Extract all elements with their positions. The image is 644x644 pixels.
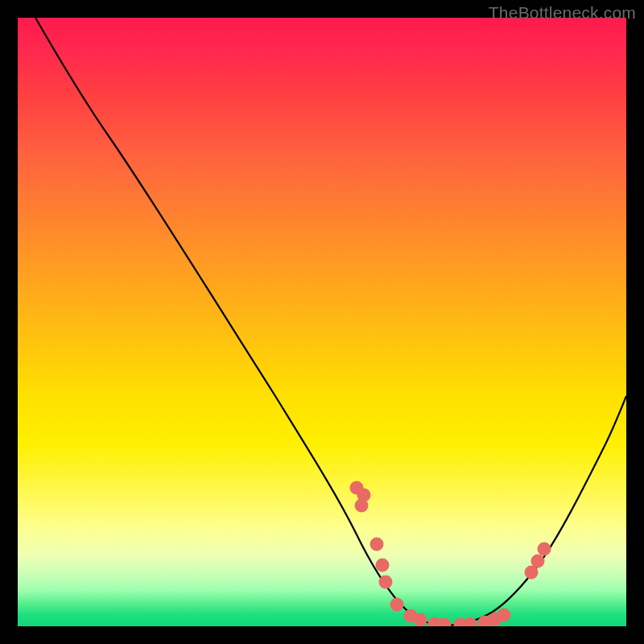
data-marker — [379, 576, 393, 589]
data-marker — [531, 555, 545, 568]
plot-area — [18, 18, 626, 626]
marker-group — [350, 481, 551, 627]
data-marker — [414, 613, 427, 627]
data-marker — [370, 538, 384, 551]
data-marker — [355, 499, 369, 513]
data-marker — [538, 543, 551, 556]
data-marker — [464, 617, 477, 627]
bottleneck-curve — [35, 18, 626, 625]
data-marker — [376, 559, 390, 572]
chart-svg — [18, 18, 626, 626]
data-marker — [497, 609, 511, 622]
watermark-text: TheBottleneck.com — [489, 3, 636, 23]
chart-container: TheBottleneck.com — [0, 0, 644, 644]
data-marker — [390, 598, 404, 612]
